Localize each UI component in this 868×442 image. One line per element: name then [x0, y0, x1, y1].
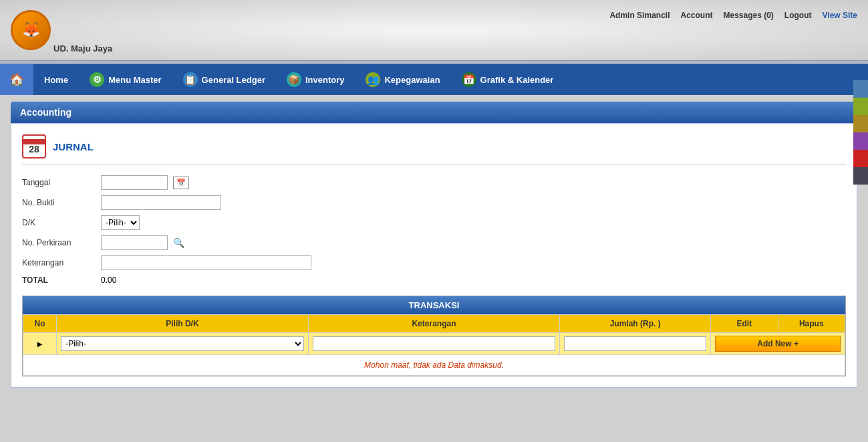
col-header-jumlah: Jumlah (Rp. ): [560, 315, 711, 333]
color-bar-blue[interactable]: [853, 80, 868, 98]
table-row: ► -Pilih- Debit Kredit: [23, 333, 845, 355]
error-row: Mohon maaf, tidak ada Data dimaksud.: [23, 355, 845, 376]
general-ledger-label: General Ledger: [202, 75, 265, 85]
total-value: 0.00: [101, 275, 116, 285]
tanggal-label: Tanggal: [22, 178, 96, 187]
col-header-no: No: [23, 315, 57, 333]
general-ledger-icon: 📋: [183, 72, 198, 87]
no-perkiraan-input[interactable]: [101, 235, 168, 250]
account-link[interactable]: Account: [680, 11, 712, 20]
color-sidebar[interactable]: [853, 80, 868, 185]
inventory-label: Inventory: [305, 75, 345, 85]
add-new-button[interactable]: Add New +: [715, 336, 841, 352]
no-perkiraan-row: No. Perkiraan 🔍: [22, 235, 846, 250]
total-label: TOTAL: [22, 275, 96, 285]
color-bar-dark[interactable]: [853, 167, 868, 185]
company-name: UD. Maju Jaya: [53, 43, 112, 53]
error-message: Mohon maaf, tidak ada Data dimaksud.: [364, 360, 504, 370]
nav-grafik-kalender[interactable]: 📅 Grafik & Kalender: [451, 64, 565, 95]
arrow-cell: ►: [23, 333, 57, 355]
row-jumlah-input[interactable]: [564, 336, 706, 351]
transaksi-header: TRANSAKSI: [23, 296, 845, 314]
row-keterangan-input[interactable]: [313, 336, 556, 351]
no-perkiraan-label: No. Perkiraan: [22, 238, 96, 247]
calendar-button[interactable]: 📅: [173, 177, 189, 189]
cal-day: 28: [29, 144, 39, 154]
total-row: TOTAL 0.00: [22, 275, 846, 285]
color-bar-tan[interactable]: [853, 115, 868, 132]
transaksi-table: No Pilih D/K Keterangan Jumlah (Rp. ) Ed…: [23, 314, 845, 376]
color-bar-green[interactable]: [853, 98, 868, 115]
no-bukti-row: No. Bukti: [22, 195, 846, 210]
col-header-edit: Edit: [711, 315, 778, 333]
dk-row: D/K -Pilih- Debit Kredit: [22, 215, 846, 230]
col-header-pilih-dk: Pilih D/K: [57, 315, 309, 333]
journal-header: 28 JURNAL: [22, 134, 846, 164]
section-header: Accounting: [11, 102, 857, 123]
logout-link[interactable]: Logout: [784, 11, 812, 20]
dk-label: D/K: [22, 218, 96, 227]
menu-master-icon: ⚙: [90, 72, 104, 87]
calendar-icon: 28: [22, 134, 46, 158]
no-bukti-label: No. Bukti: [22, 198, 96, 207]
col-header-hapus: Hapus: [778, 315, 845, 333]
nav-inventory[interactable]: 📦 Inventory: [276, 64, 355, 95]
logo-container: 🦊: [11, 10, 51, 50]
section-body: 28 JURNAL Tanggal 📅 No. Bukti D/K -Pilih…: [11, 123, 857, 388]
transaksi-title: TRANSAKSI: [409, 300, 460, 310]
kepegawaian-label: Kepegawaian: [384, 75, 440, 85]
nav-kepegawaian[interactable]: 👥 Kepegawaian: [355, 64, 450, 95]
main-nav: 🏠 Home ⚙ Menu Master 📋 General Ledger 📦 …: [0, 64, 868, 95]
keterangan-label: Keterangan: [22, 258, 96, 267]
nav-general-ledger[interactable]: 📋 General Ledger: [172, 64, 276, 95]
keterangan-row: Keterangan: [22, 255, 846, 270]
color-bar-red[interactable]: [853, 150, 868, 167]
no-bukti-input[interactable]: [101, 195, 221, 210]
color-bar-purple[interactable]: [853, 132, 868, 150]
nav-menu-master[interactable]: ⚙ Menu Master: [79, 64, 172, 95]
row-dk-select[interactable]: -Pilih- Debit Kredit: [61, 336, 304, 351]
tanggal-input[interactable]: [101, 175, 168, 190]
keterangan-input[interactable]: [101, 255, 311, 270]
logo-icon: 🦊: [11, 10, 51, 50]
tanggal-row: Tanggal 📅: [22, 175, 846, 190]
row-jumlah-cell: [560, 333, 711, 355]
journal-title: JURNAL: [53, 141, 94, 152]
nav-home[interactable]: Home: [33, 64, 79, 95]
content-area: Accounting 28 JURNAL Tanggal 📅 No. Bukti…: [0, 95, 868, 395]
admin-label: Admin Simancil: [609, 11, 670, 20]
home-icon[interactable]: 🏠: [0, 64, 33, 95]
viewsite-link[interactable]: View Site: [823, 11, 857, 20]
menu-master-label: Menu Master: [108, 75, 161, 85]
row-keterangan-cell: [308, 333, 560, 355]
header: 🦊 UD. Maju Jaya Admin Simancil Account M…: [0, 0, 868, 60]
row-dk-cell: -Pilih- Debit Kredit: [57, 333, 309, 355]
messages-link[interactable]: Messages (0): [723, 11, 773, 20]
grafik-icon: 📅: [462, 72, 476, 87]
row-add-cell: Add New +: [711, 333, 845, 355]
transaksi-container: TRANSAKSI No Pilih D/K Keterangan Jumlah…: [22, 296, 846, 376]
search-button[interactable]: 🔍: [173, 237, 184, 248]
section-title: Accounting: [20, 107, 71, 118]
inventory-icon: 📦: [287, 72, 301, 87]
kepegawaian-icon: 👥: [366, 72, 380, 87]
grafik-kalender-label: Grafik & Kalender: [480, 75, 554, 85]
top-nav: Admin Simancil Account Messages (0) Logo…: [609, 11, 857, 20]
dk-select[interactable]: -Pilih- Debit Kredit: [101, 215, 140, 230]
col-header-keterangan: Keterangan: [308, 315, 560, 333]
error-message-cell: Mohon maaf, tidak ada Data dimaksud.: [23, 355, 845, 376]
table-header-row: No Pilih D/K Keterangan Jumlah (Rp. ) Ed…: [23, 315, 845, 333]
home-label: Home: [44, 75, 68, 85]
